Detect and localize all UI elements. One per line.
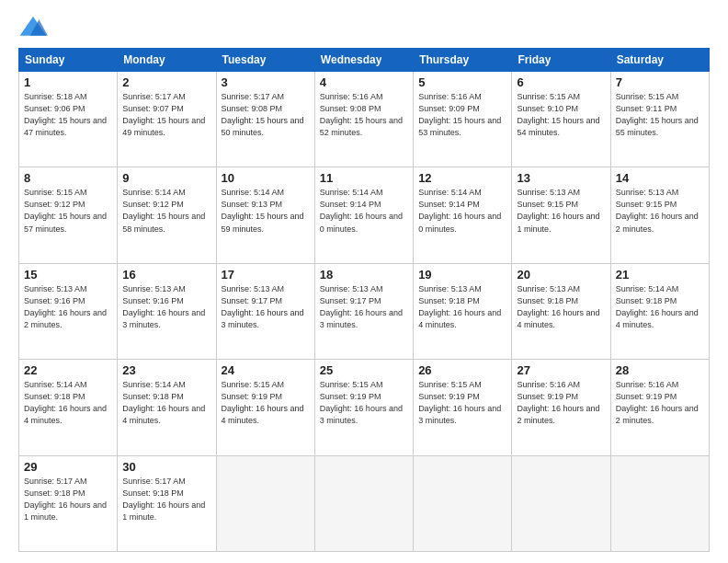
day-info: Sunrise: 5:13 AM Sunset: 9:18 PM Dayligh… [517, 283, 605, 331]
day-cell: 24 Sunrise: 5:15 AM Sunset: 9:19 PM Dayl… [216, 360, 314, 455]
day-info: Sunrise: 5:14 AM Sunset: 9:14 PM Dayligh… [320, 187, 408, 235]
calendar-week-4: 22 Sunrise: 5:14 AM Sunset: 9:18 PM Dayl… [19, 360, 710, 455]
day-number: 9 [122, 171, 210, 185]
day-number: 12 [418, 171, 506, 185]
day-number: 20 [517, 268, 605, 282]
day-info: Sunrise: 5:14 AM Sunset: 9:14 PM Dayligh… [418, 187, 506, 235]
day-number: 23 [122, 363, 210, 377]
day-info: Sunrise: 5:16 AM Sunset: 9:09 PM Dayligh… [418, 91, 506, 139]
day-cell: 4 Sunrise: 5:16 AM Sunset: 9:08 PM Dayli… [314, 72, 413, 167]
day-number: 19 [418, 268, 506, 282]
day-info: Sunrise: 5:17 AM Sunset: 9:18 PM Dayligh… [24, 476, 112, 523]
day-number: 2 [122, 75, 210, 89]
day-number: 13 [517, 171, 605, 185]
day-number: 17 [222, 268, 310, 282]
day-cell: 6 Sunrise: 5:15 AM Sunset: 9:10 PM Dayli… [512, 72, 610, 167]
empty-cell [314, 455, 413, 551]
day-number: 22 [24, 363, 112, 377]
day-number: 7 [616, 75, 704, 89]
day-cell: 23 Sunrise: 5:14 AM Sunset: 9:18 PM Dayl… [118, 360, 216, 455]
day-cell: 14 Sunrise: 5:13 AM Sunset: 9:15 PM Dayl… [610, 167, 709, 263]
day-cell: 3 Sunrise: 5:17 AM Sunset: 9:08 PM Dayli… [216, 72, 314, 167]
day-info: Sunrise: 5:17 AM Sunset: 9:07 PM Dayligh… [122, 91, 210, 139]
day-info: Sunrise: 5:14 AM Sunset: 9:12 PM Dayligh… [122, 187, 210, 235]
day-cell: 27 Sunrise: 5:16 AM Sunset: 9:19 PM Dayl… [512, 360, 610, 455]
day-info: Sunrise: 5:16 AM Sunset: 9:19 PM Dayligh… [616, 379, 704, 427]
calendar-week-1: 1 Sunrise: 5:18 AM Sunset: 9:06 PM Dayli… [19, 72, 710, 167]
day-number: 25 [320, 363, 408, 377]
calendar-week-2: 8 Sunrise: 5:15 AM Sunset: 9:12 PM Dayli… [19, 167, 710, 263]
page: Sunday Monday Tuesday Wednesday Thursday… [0, 0, 728, 563]
day-number: 29 [24, 460, 112, 474]
day-cell: 11 Sunrise: 5:14 AM Sunset: 9:14 PM Dayl… [314, 167, 413, 263]
day-cell: 7 Sunrise: 5:15 AM Sunset: 9:11 PM Dayli… [610, 72, 709, 167]
day-number: 24 [222, 363, 310, 377]
empty-cell [216, 455, 314, 551]
calendar-week-3: 15 Sunrise: 5:13 AM Sunset: 9:16 PM Dayl… [19, 263, 710, 359]
day-cell: 30 Sunrise: 5:17 AM Sunset: 9:18 PM Dayl… [118, 455, 216, 551]
day-cell: 9 Sunrise: 5:14 AM Sunset: 9:12 PM Dayli… [118, 167, 216, 263]
day-info: Sunrise: 5:13 AM Sunset: 9:17 PM Dayligh… [320, 283, 408, 331]
day-cell: 8 Sunrise: 5:15 AM Sunset: 9:12 PM Dayli… [19, 167, 118, 263]
day-cell: 26 Sunrise: 5:15 AM Sunset: 9:19 PM Dayl… [414, 360, 512, 455]
day-cell: 13 Sunrise: 5:13 AM Sunset: 9:15 PM Dayl… [512, 167, 610, 263]
logo [18, 15, 51, 40]
day-number: 10 [222, 171, 310, 185]
header [18, 15, 710, 40]
day-info: Sunrise: 5:16 AM Sunset: 9:19 PM Dayligh… [517, 379, 605, 427]
day-cell: 25 Sunrise: 5:15 AM Sunset: 9:19 PM Dayl… [314, 360, 413, 455]
day-info: Sunrise: 5:13 AM Sunset: 9:15 PM Dayligh… [616, 187, 704, 235]
day-cell: 15 Sunrise: 5:13 AM Sunset: 9:16 PM Dayl… [19, 263, 118, 359]
day-info: Sunrise: 5:13 AM Sunset: 9:18 PM Dayligh… [418, 283, 506, 331]
day-number: 26 [418, 363, 506, 377]
day-info: Sunrise: 5:13 AM Sunset: 9:16 PM Dayligh… [24, 283, 112, 331]
day-info: Sunrise: 5:13 AM Sunset: 9:15 PM Dayligh… [517, 187, 605, 235]
day-cell: 18 Sunrise: 5:13 AM Sunset: 9:17 PM Dayl… [314, 263, 413, 359]
day-number: 3 [222, 75, 310, 89]
day-info: Sunrise: 5:14 AM Sunset: 9:18 PM Dayligh… [24, 379, 112, 427]
calendar-table: Sunday Monday Tuesday Wednesday Thursday… [18, 48, 710, 552]
day-cell: 22 Sunrise: 5:14 AM Sunset: 9:18 PM Dayl… [19, 360, 118, 455]
day-number: 1 [24, 75, 112, 89]
day-number: 5 [418, 75, 506, 89]
day-info: Sunrise: 5:15 AM Sunset: 9:19 PM Dayligh… [222, 379, 310, 427]
header-sunday: Sunday [19, 49, 118, 72]
day-cell: 17 Sunrise: 5:13 AM Sunset: 9:17 PM Dayl… [216, 263, 314, 359]
day-info: Sunrise: 5:17 AM Sunset: 9:08 PM Dayligh… [222, 91, 310, 139]
day-number: 14 [616, 171, 704, 185]
weekday-header-row: Sunday Monday Tuesday Wednesday Thursday… [19, 49, 710, 72]
day-info: Sunrise: 5:15 AM Sunset: 9:10 PM Dayligh… [517, 91, 605, 139]
logo-icon [18, 15, 48, 40]
day-number: 16 [122, 268, 210, 282]
day-cell: 12 Sunrise: 5:14 AM Sunset: 9:14 PM Dayl… [414, 167, 512, 263]
day-info: Sunrise: 5:15 AM Sunset: 9:12 PM Dayligh… [24, 187, 112, 235]
day-number: 8 [24, 171, 112, 185]
calendar-week-5: 29 Sunrise: 5:17 AM Sunset: 9:18 PM Dayl… [19, 455, 710, 551]
day-cell: 29 Sunrise: 5:17 AM Sunset: 9:18 PM Dayl… [19, 455, 118, 551]
day-info: Sunrise: 5:15 AM Sunset: 9:19 PM Dayligh… [418, 379, 506, 427]
day-number: 4 [320, 75, 408, 89]
header-thursday: Thursday [414, 49, 512, 72]
day-info: Sunrise: 5:14 AM Sunset: 9:13 PM Dayligh… [222, 187, 310, 235]
day-info: Sunrise: 5:14 AM Sunset: 9:18 PM Dayligh… [122, 379, 210, 427]
day-number: 27 [517, 363, 605, 377]
day-info: Sunrise: 5:14 AM Sunset: 9:18 PM Dayligh… [616, 283, 704, 331]
day-info: Sunrise: 5:13 AM Sunset: 9:17 PM Dayligh… [222, 283, 310, 331]
day-info: Sunrise: 5:15 AM Sunset: 9:11 PM Dayligh… [616, 91, 704, 139]
day-number: 28 [616, 363, 704, 377]
day-info: Sunrise: 5:15 AM Sunset: 9:19 PM Dayligh… [320, 379, 408, 427]
day-cell: 2 Sunrise: 5:17 AM Sunset: 9:07 PM Dayli… [118, 72, 216, 167]
empty-cell [610, 455, 709, 551]
day-number: 30 [122, 460, 210, 474]
header-monday: Monday [118, 49, 216, 72]
day-number: 11 [320, 171, 408, 185]
day-number: 21 [616, 268, 704, 282]
day-number: 15 [24, 268, 112, 282]
day-cell: 16 Sunrise: 5:13 AM Sunset: 9:16 PM Dayl… [118, 263, 216, 359]
day-cell: 21 Sunrise: 5:14 AM Sunset: 9:18 PM Dayl… [610, 263, 709, 359]
day-number: 6 [517, 75, 605, 89]
header-saturday: Saturday [610, 49, 709, 72]
day-info: Sunrise: 5:18 AM Sunset: 9:06 PM Dayligh… [24, 91, 112, 139]
empty-cell [414, 455, 512, 551]
empty-cell [512, 455, 610, 551]
